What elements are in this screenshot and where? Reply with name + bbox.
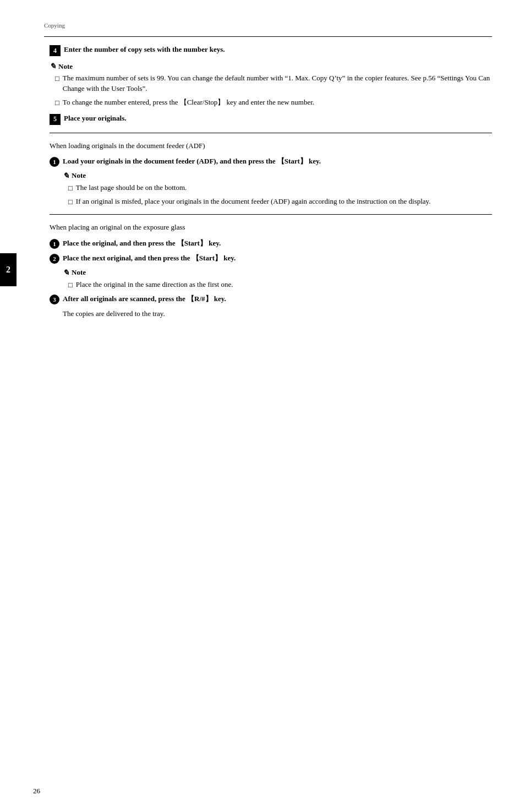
divider-1 xyxy=(50,133,492,133)
glass-substep3-number: 3 xyxy=(50,295,59,304)
page-number: 26 xyxy=(33,787,40,795)
adf-note-item-0-text: The last page should be on the bottom. xyxy=(76,183,187,193)
step5-title: Place your originals. xyxy=(64,113,127,123)
glass-note-header: ✎ Note xyxy=(63,268,492,277)
adf-note-icon: ✎ xyxy=(63,171,69,181)
checkbox-icon-0: □ xyxy=(55,74,59,83)
adf-substep1-number: 1 xyxy=(50,157,59,167)
adf-note-header: ✎ Note xyxy=(63,171,492,181)
note1-item-0-text: The maximum number of sets is 99. You ca… xyxy=(63,73,492,94)
step4-title: Enter the number of copy sets with the n… xyxy=(64,45,225,55)
glass-note-icon: ✎ xyxy=(63,268,69,277)
adf-note-label: Note xyxy=(72,171,86,180)
checkbox-icon-1: □ xyxy=(55,99,59,107)
note1-item-1: □ To change the number entered, press th… xyxy=(50,97,492,108)
divider-2 xyxy=(50,214,492,215)
glass-checkbox-0: □ xyxy=(68,281,73,290)
adf-section-title: When loading originals in the document f… xyxy=(50,141,492,151)
glass-substep1-number: 1 xyxy=(50,239,59,249)
note1-item-0: □ The maximum number of sets is 99. You … xyxy=(50,73,492,94)
glass-substep3-after: The copies are delivered to the tray. xyxy=(50,309,492,319)
glass-note: ✎ Note □ Place the original in the same … xyxy=(50,268,492,290)
breadcrumb: Copying xyxy=(44,22,492,29)
step5-header: 5 Place your originals. xyxy=(50,113,492,125)
adf-note: ✎ Note □ The last page should be on the … xyxy=(50,171,492,207)
adf-checkbox-1: □ xyxy=(68,198,73,206)
glass-substep3-text: After all originals are scanned, press t… xyxy=(63,294,226,304)
adf-checkbox-0: □ xyxy=(68,184,73,193)
note1-items: □ The maximum number of sets is 99. You … xyxy=(50,73,492,108)
note-icon: ✎ xyxy=(50,62,56,71)
glass-substep2-number: 2 xyxy=(50,254,59,264)
content-area: 4 Enter the number of copy sets with the… xyxy=(50,45,492,319)
note1-item-1-text: To change the number entered, press the … xyxy=(63,97,314,108)
glass-substep3: 3 After all originals are scanned, press… xyxy=(50,294,492,304)
page: Copying 2 4 Enter the number of copy set… xyxy=(0,0,525,812)
note1: ✎ Note □ The maximum number of sets is 9… xyxy=(50,62,492,108)
glass-substep1: 1 Place the original, and then press the… xyxy=(50,238,492,249)
note1-label: Note xyxy=(58,62,73,71)
adf-note-item-0: □ The last page should be on the bottom. xyxy=(63,183,492,193)
side-tab: 2 xyxy=(0,253,17,286)
adf-substep1: 1 Load your originals in the document fe… xyxy=(50,156,492,167)
glass-note-items: □ Place the original in the same directi… xyxy=(63,280,492,290)
adf-substep1-text: Load your originals in the document feed… xyxy=(63,156,321,166)
note1-header: ✎ Note xyxy=(50,62,492,71)
glass-note-label: Note xyxy=(72,268,86,277)
glass-substep2: 2 Place the next original, and then pres… xyxy=(50,253,492,264)
adf-note-item-1-text: If an original is misfed, place your ori… xyxy=(76,197,431,207)
glass-substep2-text: Place the next original, and then press … xyxy=(63,253,236,263)
glass-section-title: When placing an original on the exposure… xyxy=(50,222,492,232)
step5-number: 5 xyxy=(50,114,61,125)
step4-header: 4 Enter the number of copy sets with the… xyxy=(50,45,492,56)
adf-note-items: □ The last page should be on the bottom.… xyxy=(63,183,492,207)
step4-number: 4 xyxy=(50,45,61,56)
glass-note-item-0: □ Place the original in the same directi… xyxy=(63,280,492,290)
glass-substep1-text: Place the original, and then press the 【… xyxy=(63,238,221,248)
top-rule xyxy=(44,36,492,37)
adf-note-item-1: □ If an original is misfed, place your o… xyxy=(63,197,492,207)
glass-note-item-0-text: Place the original in the same direction… xyxy=(76,280,233,290)
